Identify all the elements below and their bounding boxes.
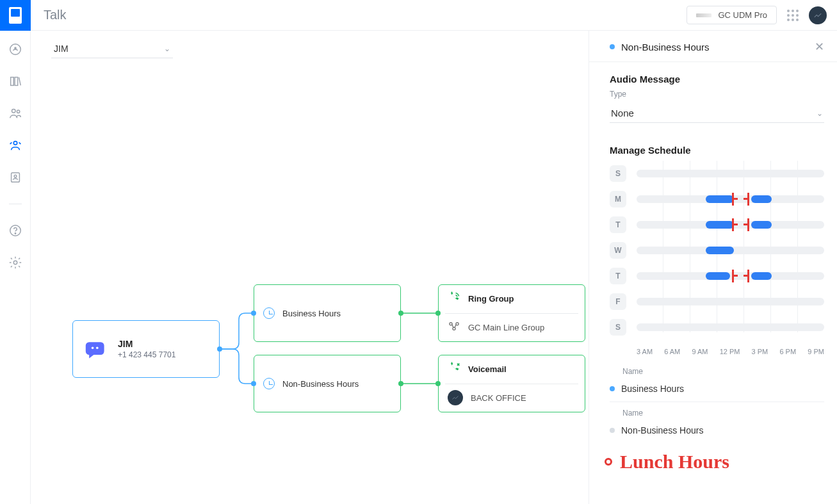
schedule-editor[interactable]: SMTWTFS 3 AM6 AM9 AM12 PM3 PM6 PM9 PM [610, 161, 824, 355]
ring-group-icon [448, 291, 460, 306]
time-tick: 12 PM [720, 348, 740, 355]
non-business-hours-node[interactable]: Non-Business Hours [254, 355, 401, 412]
time-tick: 3 PM [752, 348, 768, 355]
voicemail-node[interactable]: Voicemail BACK OFFICE [438, 355, 585, 412]
time-tick: 9 AM [692, 348, 708, 355]
apps-grid-icon[interactable] [787, 10, 799, 21]
time-tick: 9 PM [808, 348, 824, 355]
device-selector[interactable]: GC UDM Pro [687, 6, 777, 24]
app-logo[interactable] [0, 0, 31, 31]
day-label: T [610, 216, 626, 233]
audio-message-heading: Audio Message [610, 74, 824, 85]
help-icon[interactable] [8, 224, 22, 238]
day-label: T [610, 268, 626, 284]
schedule-row-W[interactable]: W [637, 238, 824, 263]
manage-schedule-heading: Manage Schedule [610, 145, 824, 156]
close-icon[interactable]: ✕ [815, 41, 824, 53]
side-panel: Non-Business Hours ✕ Audio Message Type … [589, 31, 837, 504]
bh-label: Business Hours [282, 309, 341, 318]
svg-point-8 [14, 175, 17, 177]
legend-name-label-2: Name [622, 409, 824, 418]
schedule-track[interactable] [637, 323, 824, 331]
chevron-down-icon: ⌄ [817, 109, 823, 118]
ring-group-target: GC Main Line Group [468, 323, 544, 332]
flow-root-node[interactable]: JIM +1 423 445 7701 [72, 320, 220, 378]
schedule-segment[interactable] [751, 272, 772, 280]
schedule-segment[interactable] [706, 272, 730, 280]
schedule-row-T1[interactable]: T [637, 212, 824, 238]
group-icon [448, 320, 460, 335]
root-phone: +1 423 445 7701 [118, 350, 175, 359]
handwritten-bullet [605, 458, 612, 466]
day-label: S [610, 319, 626, 336]
device-icon [696, 13, 711, 17]
legend-business-hours[interactable]: Business Hours [610, 377, 824, 402]
svg-point-10 [15, 233, 15, 234]
schedule-row-S1[interactable]: S [637, 314, 824, 340]
clock-icon [263, 378, 275, 389]
voicemail-title: Voicemail [468, 364, 507, 374]
svg-point-12 [92, 346, 94, 349]
voicemail-icon [448, 362, 460, 377]
business-hours-node[interactable]: Business Hours [254, 284, 401, 342]
legend-non-business-hours[interactable]: Non-Business Hours [610, 419, 824, 443]
lunch-gap-annotation [732, 218, 749, 231]
root-title: JIM [118, 339, 175, 349]
audio-type-value: None [611, 108, 634, 118]
schedule-segment[interactable] [706, 195, 734, 203]
library-icon[interactable] [8, 74, 22, 88]
schedule-track[interactable] [637, 221, 824, 229]
dashboard-icon[interactable] [8, 42, 22, 56]
day-label: F [610, 293, 626, 310]
time-tick: 6 AM [664, 348, 680, 355]
user-avatar[interactable] [809, 6, 827, 24]
schedule-track[interactable] [637, 195, 824, 203]
day-label: S [610, 165, 626, 182]
lunch-gap-annotation [732, 270, 749, 282]
legend-dot-grey [610, 428, 615, 433]
lunch-gap-annotation [732, 193, 749, 206]
status-dot [610, 44, 615, 49]
ring-group-title: Ring Group [468, 294, 514, 304]
schedule-track[interactable] [637, 247, 824, 254]
device-label: GC UDM Pro [718, 10, 767, 20]
schedule-track[interactable] [637, 298, 824, 305]
users-icon[interactable] [8, 106, 22, 120]
svg-point-5 [17, 110, 19, 113]
app-header: Talk GC UDM Pro [0, 0, 837, 31]
nbh-label: Non-Business Hours [282, 379, 359, 389]
clock-icon [263, 307, 275, 319]
schedule-segment[interactable] [751, 221, 772, 229]
svg-point-13 [96, 346, 99, 349]
type-label: Type [610, 90, 824, 99]
schedule-segment[interactable] [706, 221, 734, 229]
legend-bh-name: Business Hours [621, 384, 684, 394]
time-tick: 6 PM [779, 348, 796, 355]
settings-icon[interactable] [8, 256, 22, 270]
legend-nbh-name: Non-Business Hours [621, 425, 703, 435]
schedule-segment[interactable] [751, 195, 772, 203]
svg-rect-3 [15, 77, 18, 86]
svg-point-11 [13, 261, 17, 264]
schedule-row-T2[interactable]: T [637, 263, 824, 289]
schedule-track[interactable] [637, 170, 824, 177]
voicemail-target: BACK OFFICE [471, 393, 526, 403]
schedule-row-F[interactable]: F [637, 289, 824, 314]
schedule-row-S0[interactable]: S [637, 161, 824, 186]
contacts-icon[interactable] [8, 170, 22, 184]
schedule-row-M[interactable]: M [637, 186, 824, 212]
ring-group-node[interactable]: Ring Group GC Main Line Group [438, 284, 585, 342]
day-label: M [610, 191, 626, 207]
call-flow-icon[interactable] [8, 138, 22, 152]
app-title: Talk [44, 8, 67, 22]
svg-point-4 [12, 110, 15, 113]
flow-canvas[interactable]: JIM ⌄ JIM +1 423 445 7701 [31, 31, 589, 504]
schedule-segment[interactable] [706, 247, 734, 254]
legend-name-label-1: Name [622, 367, 824, 376]
handwritten-annotation: Lunch Hours [605, 451, 824, 473]
day-label: W [610, 242, 626, 259]
schedule-track[interactable] [637, 272, 824, 280]
time-tick: 3 AM [637, 348, 653, 355]
svg-point-1 [14, 47, 15, 49]
audio-type-select[interactable]: None ⌄ [610, 104, 824, 123]
